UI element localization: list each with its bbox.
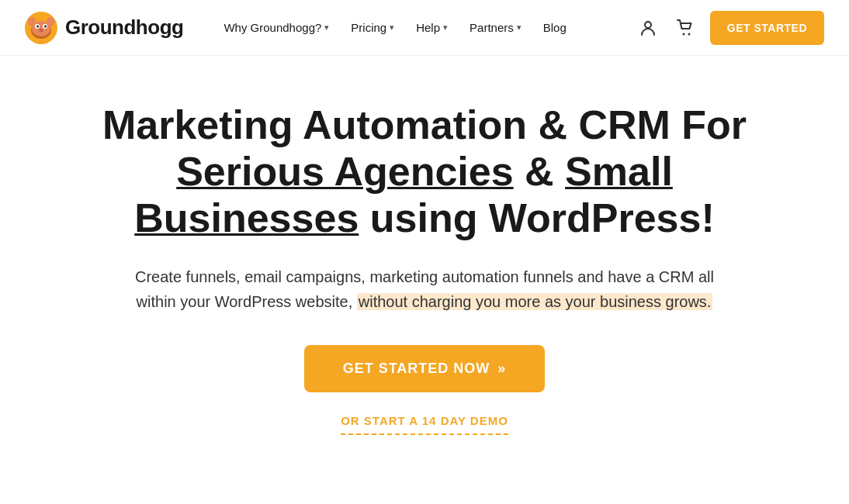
nav-item-why[interactable]: Why Groundhogg? ▾: [214, 15, 338, 40]
chevron-down-icon: ▾: [324, 22, 329, 33]
nav-icons: [636, 16, 698, 40]
logo-link[interactable]: Groundhogg: [25, 12, 183, 44]
chevron-down-icon: ▾: [390, 22, 394, 33]
nav-item-help[interactable]: Help ▾: [407, 15, 457, 40]
brand-name: Groundhogg: [65, 16, 183, 40]
cart-icon[interactable]: [673, 16, 698, 40]
dashed-underline: [341, 433, 508, 435]
nav-item-pricing[interactable]: Pricing ▾: [341, 15, 404, 40]
get-started-button[interactable]: GET STARTED: [710, 11, 824, 45]
chevron-down-icon: ▾: [443, 22, 448, 33]
arrow-right-icon: »: [497, 361, 506, 377]
hero-section: Marketing Automation & CRM For Serious A…: [0, 56, 849, 474]
main-nav: Why Groundhogg? ▾ Pricing ▾ Help ▾ Partn…: [214, 15, 635, 40]
svg-point-10: [645, 22, 651, 28]
chevron-down-icon: ▾: [517, 22, 522, 33]
svg-point-12: [688, 33, 690, 35]
account-icon[interactable]: [636, 16, 660, 40]
hero-cta-button[interactable]: GET STARTED NOW »: [304, 345, 546, 392]
svg-point-5: [36, 25, 39, 27]
header: Groundhogg Why Groundhogg? ▾ Pricing ▾ H…: [0, 0, 849, 56]
nav-item-blog[interactable]: Blog: [534, 15, 576, 40]
svg-point-7: [39, 29, 43, 32]
nav-item-partners[interactable]: Partners ▾: [460, 15, 531, 40]
hero-title: Marketing Automation & CRM For Serious A…: [75, 102, 774, 241]
logo-icon: [25, 12, 57, 44]
svg-point-11: [682, 33, 684, 35]
demo-link[interactable]: OR START A 14 DAY DEMO: [341, 414, 508, 435]
hero-subtitle: Create funnels, email campaigns, marketi…: [133, 264, 716, 314]
svg-point-6: [44, 25, 47, 27]
svg-point-8: [28, 17, 36, 26]
svg-point-9: [47, 17, 54, 26]
